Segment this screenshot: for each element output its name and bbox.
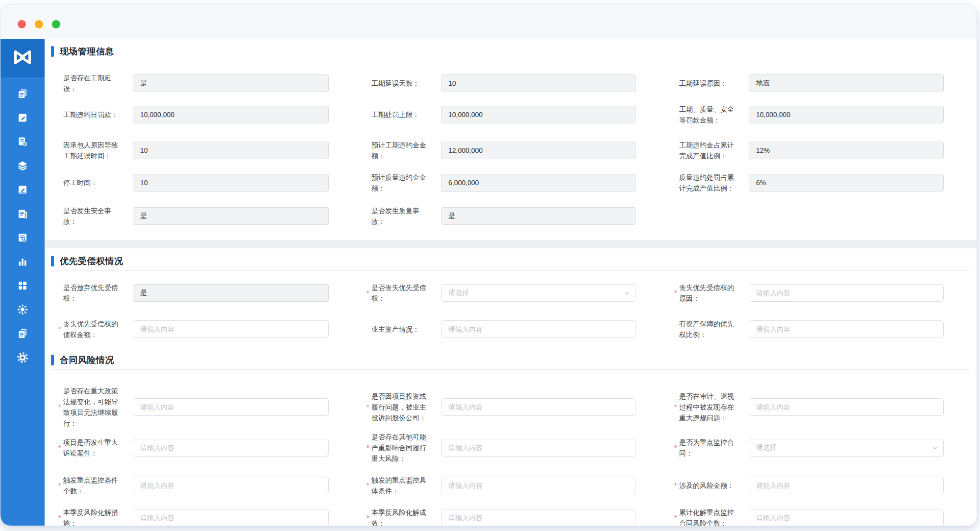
sidebar-item-document-clock[interactable] — [17, 137, 28, 148]
field-label-wrap: 有资产保障的优先权比例： — [674, 318, 736, 340]
form-field — [674, 205, 944, 227]
sidebar-item-hub[interactable] — [17, 305, 28, 316]
text-input — [441, 207, 636, 225]
sidebar-item-news[interactable] — [17, 209, 28, 220]
sidebar-item-copy[interactable] — [17, 329, 28, 340]
text-input — [441, 74, 636, 92]
field-label-wrap: 工期、质量、安全等罚款金额： — [674, 104, 736, 125]
field-label-wrap: 预计工期违约金金额： — [367, 140, 428, 161]
form-row: *本季度风险化解措施：*本季度风险化解成效：*累计化解重点监控合同风险个数： — [45, 507, 977, 526]
sidebar-item-document-search[interactable] — [17, 233, 28, 244]
text-input[interactable] — [441, 477, 636, 494]
form-row: 工期违约日罚款：工期处罚上限：工期、质量、安全等罚款金额： — [45, 104, 977, 125]
field-label-wrap: *丧失优先受偿权的债权金额： — [58, 318, 120, 340]
form-field: 工期延误原因： — [674, 72, 944, 94]
form-row: 是否发生安全事故：是否发生质量事故： — [45, 205, 977, 227]
field-label-wrap: *是否存在其他可能严重影响合同履行重大风险： — [367, 432, 428, 464]
field-label-wrap: 工期违约日罚款： — [58, 109, 120, 120]
select-input[interactable]: 请选择 — [749, 439, 944, 457]
text-input — [133, 207, 329, 225]
text-input[interactable] — [133, 398, 329, 416]
section-marker — [51, 355, 54, 365]
text-input[interactable] — [441, 509, 636, 526]
text-input[interactable] — [749, 284, 944, 302]
app-logo[interactable] — [0, 39, 45, 77]
field-label-wrap: 是否存在工期延误： — [58, 72, 120, 94]
field-label-wrap: 业主资产情况： — [367, 324, 428, 335]
text-input — [133, 106, 329, 123]
section-title: 优先受偿权情况 — [60, 255, 123, 267]
field-label: 本季度风险化解成效： — [371, 507, 428, 526]
text-input — [749, 174, 944, 192]
text-input[interactable] — [749, 509, 944, 526]
text-input[interactable] — [441, 320, 636, 338]
form-row: 停工时间：预计质量违约金金额：质量违约处罚占累计完成产值比例： — [45, 172, 977, 193]
section-header: 优先受偿权情况 — [51, 255, 977, 267]
sidebar-item-documents[interactable] — [17, 89, 28, 100]
field-label-wrap: 是否放弃优先受偿权： — [58, 282, 120, 304]
section-header: 现场管理信息 — [51, 45, 977, 58]
field-label: 工期延误原因： — [679, 78, 736, 89]
form-field: *是否丧失优先受偿权：请选择 — [367, 282, 636, 304]
field-label: 项目是否发生重大诉讼案件： — [63, 437, 120, 459]
form-field: *触发重点监控条件个数： — [58, 475, 329, 496]
close-button[interactable] — [18, 20, 26, 28]
field-label-wrap: 是否发生安全事故： — [58, 205, 120, 227]
text-input[interactable] — [749, 320, 944, 338]
text-input — [749, 74, 944, 92]
form-field: *丧失优先受偿权的债权金额： — [58, 318, 329, 340]
form-field: *是否存在重大政策法规变化，可能导致项目无法继续履行： — [58, 386, 329, 429]
sidebar-item-signature[interactable] — [17, 185, 28, 196]
text-input[interactable] — [133, 439, 329, 457]
sidebar-item-bar-chart[interactable] — [17, 257, 28, 268]
text-input[interactable] — [133, 320, 329, 338]
required-asterisk: * — [58, 480, 63, 491]
sidebar-item-grid[interactable] — [17, 281, 28, 292]
form-field: 质量违约处罚占累计完成产值比例： — [674, 172, 944, 193]
required-asterisk: * — [674, 442, 679, 453]
field-label: 工期延误天数： — [371, 78, 428, 89]
text-input[interactable] — [749, 398, 944, 416]
sidebar-item-settings-gear[interactable] — [17, 353, 28, 364]
select-placeholder: 请选择 — [448, 289, 469, 297]
select-input[interactable]: 请选择 — [441, 284, 636, 302]
form-row: *项目是否发生重大诉讼案件：*是否存在其他可能严重影响合同履行重大风险：*是否为… — [45, 432, 977, 464]
sidebar-item-edit-note[interactable] — [17, 113, 28, 124]
text-input[interactable] — [133, 477, 329, 494]
app-window: 现场管理信息是否存在工期延误：工期延误天数：工期延误原因：工期违约日罚款：工期处… — [0, 4, 977, 526]
form-row: *触发重点监控条件个数：*触发的重点监控具体条件：*涉及的风险金额： — [45, 475, 977, 496]
field-label: 丧失优先受偿权的债权金额： — [63, 318, 120, 340]
zoom-button[interactable] — [52, 20, 60, 28]
sidebar — [0, 39, 45, 526]
form-field: 预计工期违约金金额： — [367, 140, 636, 161]
text-input[interactable] — [441, 398, 636, 416]
text-input — [441, 174, 636, 192]
form-row: 因承包人原因导致工期延误时间：预计工期违约金金额：工期违约金占累计完成产值比例： — [45, 140, 977, 161]
document-clock-icon — [17, 136, 28, 149]
field-label-wrap: 质量违约处罚占累计完成产值比例： — [674, 172, 736, 193]
text-input — [749, 106, 944, 123]
text-input — [133, 142, 329, 159]
field-label-wrap: 是否发生质量事故： — [367, 205, 428, 227]
field-label: 触发重点监控条件个数： — [63, 475, 120, 496]
form-field: 是否发生质量事故： — [367, 205, 636, 227]
section-separator-band — [45, 240, 977, 248]
text-input[interactable] — [133, 509, 329, 526]
field-label-wrap: *涉及的风险金额： — [674, 480, 736, 491]
section-title: 合同风险情况 — [60, 354, 114, 366]
field-label-wrap: *触发的重点监控具体条件： — [367, 475, 428, 496]
section-title: 现场管理信息 — [60, 46, 114, 57]
field-label: 本季度风险化解措施： — [63, 507, 120, 526]
field-label: 是否丧失优先受偿权： — [371, 282, 428, 304]
field-label: 工期违约日罚款： — [63, 109, 120, 120]
grid-icon — [17, 280, 28, 293]
text-input[interactable] — [749, 477, 944, 494]
field-label: 预计质量违约金金额： — [371, 172, 428, 193]
text-input — [133, 74, 329, 92]
field-label-wrap: 工期违约金占累计完成产值比例： — [674, 140, 736, 161]
text-input — [133, 284, 329, 302]
minimize-button[interactable] — [35, 20, 43, 28]
field-label-wrap: *累计化解重点监控合同风险个数： — [674, 507, 736, 526]
text-input[interactable] — [441, 439, 636, 457]
sidebar-item-layers[interactable] — [17, 161, 28, 172]
